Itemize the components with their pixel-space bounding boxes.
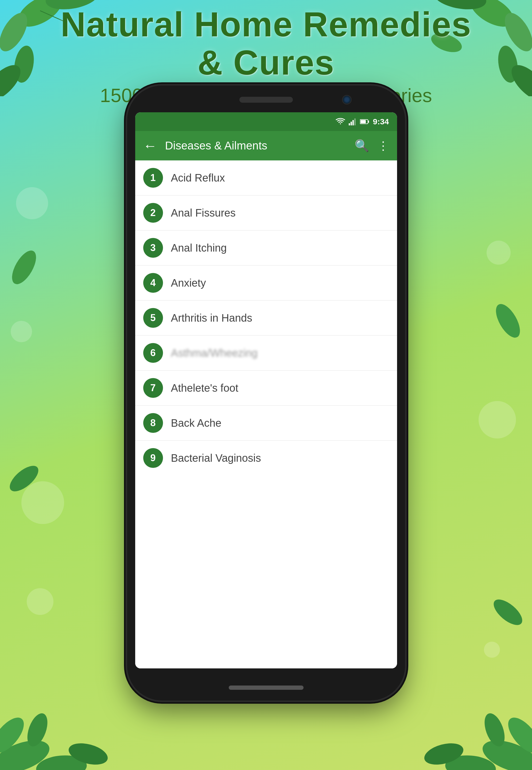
item-number-badge: 6 bbox=[143, 343, 163, 363]
battery-icon bbox=[360, 119, 370, 125]
bokeh-2 bbox=[11, 321, 32, 342]
item-label: Back Ache bbox=[171, 417, 222, 429]
phone-outer: 9:34 ← Diseases & Ailments 🔍 ⋮ 1Acid Ref… bbox=[127, 86, 405, 701]
svg-rect-37 bbox=[352, 120, 354, 125]
svg-point-22 bbox=[24, 711, 52, 749]
svg-point-32 bbox=[491, 300, 525, 341]
bokeh-5 bbox=[487, 241, 511, 265]
item-label: Asthma/Wheezing bbox=[171, 347, 258, 359]
time-display: 9:34 bbox=[373, 117, 389, 126]
svg-point-29 bbox=[7, 247, 41, 288]
item-label: Arthritis in Hands bbox=[171, 312, 253, 324]
list-item[interactable]: 3Anal Itching bbox=[135, 230, 397, 265]
item-label: Anal Itching bbox=[171, 242, 227, 254]
item-number-badge: 4 bbox=[143, 273, 163, 293]
svg-point-18 bbox=[0, 734, 53, 770]
leaves-mid-right bbox=[476, 294, 529, 347]
leaves-mid-left2 bbox=[5, 455, 53, 503]
main-title: Natural Home Remedies & Cures bbox=[0, 5, 532, 82]
list-item[interactable]: 5Arthritis in Hands bbox=[135, 300, 397, 335]
phone-home-bar bbox=[229, 686, 304, 690]
item-number-badge: 3 bbox=[143, 238, 163, 258]
svg-point-19 bbox=[35, 753, 88, 770]
list-item[interactable]: 4Anxiety bbox=[135, 265, 397, 300]
svg-point-31 bbox=[6, 461, 42, 496]
item-label: Anxiety bbox=[171, 277, 206, 289]
leaves-mid-left bbox=[3, 241, 56, 294]
item-number-badge: 7 bbox=[143, 378, 163, 398]
item-number-badge: 5 bbox=[143, 308, 163, 328]
phone-screen: 9:34 ← Diseases & Ailments 🔍 ⋮ 1Acid Ref… bbox=[135, 112, 397, 668]
svg-rect-35 bbox=[349, 123, 350, 125]
signal-icon bbox=[349, 118, 357, 125]
item-label: Acid Reflux bbox=[171, 172, 225, 184]
phone-speaker bbox=[239, 97, 293, 103]
item-number-badge: 9 bbox=[143, 448, 163, 468]
svg-point-30 bbox=[7, 247, 41, 288]
leaves-mid-right2 bbox=[479, 588, 527, 636]
back-button[interactable]: ← bbox=[143, 139, 157, 153]
list-item[interactable]: 7Athelete's foot bbox=[135, 370, 397, 406]
svg-rect-40 bbox=[368, 121, 369, 123]
app-bar-actions: 🔍 ⋮ bbox=[355, 140, 389, 152]
item-number-badge: 2 bbox=[143, 203, 163, 223]
svg-point-23 bbox=[479, 734, 532, 770]
app-bar-title: Diseases & Ailments bbox=[165, 139, 347, 152]
svg-point-20 bbox=[0, 712, 30, 758]
svg-point-17 bbox=[0, 734, 53, 770]
svg-rect-36 bbox=[351, 122, 352, 125]
bokeh-1 bbox=[16, 187, 48, 219]
phone-device: 9:34 ← Diseases & Ailments 🔍 ⋮ 1Acid Ref… bbox=[127, 86, 405, 701]
app-bar: ← Diseases & Ailments 🔍 ⋮ bbox=[135, 131, 397, 160]
bokeh-4 bbox=[27, 588, 53, 615]
list-item[interactable]: 6Asthma/Wheezing bbox=[135, 335, 397, 370]
list-item[interactable]: 1Acid Reflux bbox=[135, 160, 397, 195]
svg-rect-38 bbox=[354, 118, 356, 125]
svg-point-33 bbox=[491, 300, 525, 341]
svg-point-25 bbox=[444, 753, 497, 770]
svg-point-21 bbox=[66, 740, 110, 768]
list-item[interactable]: 8Back Ache bbox=[135, 406, 397, 441]
list-item[interactable]: 9Bacterial Vaginosis bbox=[135, 441, 397, 475]
svg-point-24 bbox=[479, 734, 532, 770]
item-number-badge: 1 bbox=[143, 168, 163, 188]
svg-point-34 bbox=[490, 595, 526, 630]
more-button[interactable]: ⋮ bbox=[377, 140, 389, 152]
phone-camera bbox=[342, 95, 352, 104]
wifi-icon bbox=[335, 118, 345, 125]
bokeh-7 bbox=[484, 642, 500, 658]
search-button[interactable]: 🔍 bbox=[355, 140, 369, 152]
svg-point-28 bbox=[481, 711, 509, 749]
status-bar: 9:34 bbox=[135, 112, 397, 131]
item-label: Anal Fissures bbox=[171, 207, 236, 219]
bokeh-3 bbox=[21, 481, 64, 524]
svg-point-27 bbox=[422, 740, 466, 768]
item-number-badge: 8 bbox=[143, 413, 163, 433]
disease-list[interactable]: 1Acid Reflux2Anal Fissures3Anal Itching4… bbox=[135, 160, 397, 668]
list-item[interactable]: 2Anal Fissures bbox=[135, 195, 397, 230]
item-label: Bacterial Vaginosis bbox=[171, 452, 261, 464]
svg-point-26 bbox=[502, 712, 532, 758]
item-label: Athelete's foot bbox=[171, 382, 238, 394]
svg-rect-41 bbox=[360, 120, 366, 123]
status-icons: 9:34 bbox=[335, 117, 389, 126]
bokeh-6 bbox=[479, 401, 516, 439]
